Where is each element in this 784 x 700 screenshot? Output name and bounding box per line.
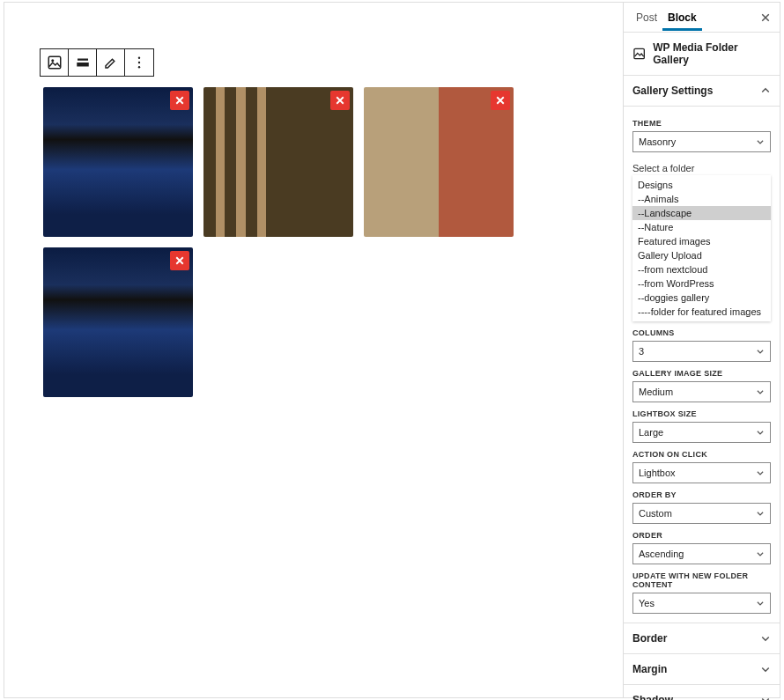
gallery-image-size-select[interactable]: Medium (632, 381, 771, 402)
section-border-header[interactable]: Border (624, 623, 780, 654)
close-icon (495, 95, 506, 106)
section-margin-header[interactable]: Margin (624, 654, 780, 685)
columns-select[interactable]: 3 (632, 341, 771, 362)
chevron-up-icon (760, 85, 771, 96)
section-title: Margin (632, 663, 667, 675)
svg-point-4 (138, 57, 140, 59)
close-icon (174, 95, 185, 106)
align-button[interactable] (69, 49, 97, 76)
folder-option[interactable]: --doggies gallery (632, 291, 771, 305)
theme-label: Theme (632, 119, 771, 128)
order-by-value: Custom (639, 508, 672, 519)
section-gallery-settings-body: Theme Masonry Select a folder Designs--A… (624, 107, 780, 623)
order-by-label: Order by (632, 490, 771, 499)
kebab-icon (131, 55, 147, 70)
chevron-down-icon (760, 633, 771, 644)
section-title: Border (632, 632, 667, 645)
folder-option[interactable]: Designs (632, 178, 771, 192)
section-title: Gallery Settings (632, 85, 713, 97)
folder-option[interactable]: --Animals (632, 192, 771, 206)
svg-rect-0 (48, 56, 61, 69)
close-icon (760, 12, 771, 23)
settings-sidebar: Post Block WP Media Folder Gallery Galle… (624, 2, 780, 698)
gallery-image-size-value: Medium (639, 387, 673, 397)
folder-option[interactable]: ----folder for featured images (632, 305, 771, 319)
editor-canvas (4, 2, 624, 698)
block-title-text: WP Media Folder Gallery (653, 41, 771, 66)
lightbox-size-label: Lightbox size (632, 409, 771, 418)
sidebar-close-button[interactable] (757, 9, 774, 26)
chevron-down-icon (756, 428, 765, 437)
sidebar-tabs: Post Block (624, 3, 780, 33)
chevron-down-icon (756, 509, 765, 518)
section-title: Shadow (632, 694, 673, 700)
theme-value: Masonry (639, 136, 676, 147)
order-by-select[interactable]: Custom (632, 503, 771, 524)
svg-rect-2 (78, 59, 88, 61)
chevron-down-icon (756, 549, 765, 558)
svg-rect-3 (77, 63, 89, 67)
svg-rect-7 (634, 48, 644, 58)
block-type-button[interactable] (41, 49, 69, 76)
update-value: Yes (639, 598, 655, 608)
gallery-block-icon (632, 47, 646, 61)
folder-dropdown-list[interactable]: Designs--Animals--Landscape--NatureFeatu… (632, 175, 771, 321)
update-label: Update with new folder content (632, 571, 771, 589)
columns-value: 3 (639, 346, 644, 357)
svg-point-1 (51, 59, 54, 62)
folder-option[interactable]: --from nextcloud (632, 262, 771, 276)
folder-option[interactable]: Gallery Upload (632, 248, 771, 262)
section-shadow-header[interactable]: Shadow (624, 685, 780, 700)
gallery-thumb[interactable] (364, 87, 514, 237)
folder-option[interactable]: --Landscape (632, 206, 771, 220)
svg-point-5 (138, 62, 140, 63)
thumb-remove-button[interactable] (330, 91, 350, 110)
close-icon (174, 255, 185, 266)
gallery-thumb[interactable] (203, 87, 353, 237)
more-options-button[interactable] (125, 49, 153, 76)
theme-select[interactable]: Masonry (632, 131, 771, 152)
order-label: Order (632, 531, 771, 540)
action-on-click-value: Lightbox (639, 468, 676, 478)
folder-prompt: Select a folder (632, 163, 771, 173)
folder-option[interactable]: --from WordPress (632, 276, 771, 291)
folder-option[interactable]: --Nature (632, 220, 771, 234)
thumb-remove-button[interactable] (170, 251, 189, 270)
lightbox-size-select[interactable]: Large (632, 422, 771, 443)
pencil-icon (103, 55, 119, 70)
block-title-row: WP Media Folder Gallery (624, 33, 780, 76)
chevron-down-icon (756, 137, 765, 146)
folder-option[interactable]: Featured images (632, 234, 771, 248)
chevron-down-icon (756, 468, 765, 477)
action-on-click-select[interactable]: Lightbox (632, 462, 771, 483)
order-value: Ascending (639, 549, 684, 559)
align-icon (75, 55, 91, 70)
tab-post[interactable]: Post (631, 4, 662, 30)
order-select[interactable]: Ascending (632, 543, 771, 564)
section-gallery-settings-header[interactable]: Gallery Settings (624, 76, 780, 107)
gallery-thumb[interactable] (43, 87, 193, 237)
svg-point-6 (138, 66, 140, 68)
action-on-click-label: Action on click (632, 450, 771, 459)
chevron-down-icon (760, 695, 771, 700)
chevron-down-icon (756, 347, 765, 356)
edit-button[interactable] (97, 49, 125, 76)
gallery-image-size-label: Gallery image size (632, 369, 771, 378)
update-select[interactable]: Yes (632, 593, 771, 614)
close-icon (335, 95, 345, 106)
gallery-thumb[interactable] (43, 247, 193, 397)
tab-block[interactable]: Block (662, 4, 702, 31)
chevron-down-icon (760, 664, 771, 674)
thumb-remove-button[interactable] (491, 91, 510, 110)
thumb-remove-button[interactable] (170, 91, 189, 110)
chevron-down-icon (756, 599, 765, 608)
image-block-icon (47, 55, 63, 70)
lightbox-size-value: Large (639, 427, 663, 438)
gallery-preview (43, 87, 519, 408)
columns-label: Columns (632, 328, 771, 337)
chevron-down-icon (756, 387, 765, 396)
block-toolbar (40, 48, 154, 77)
